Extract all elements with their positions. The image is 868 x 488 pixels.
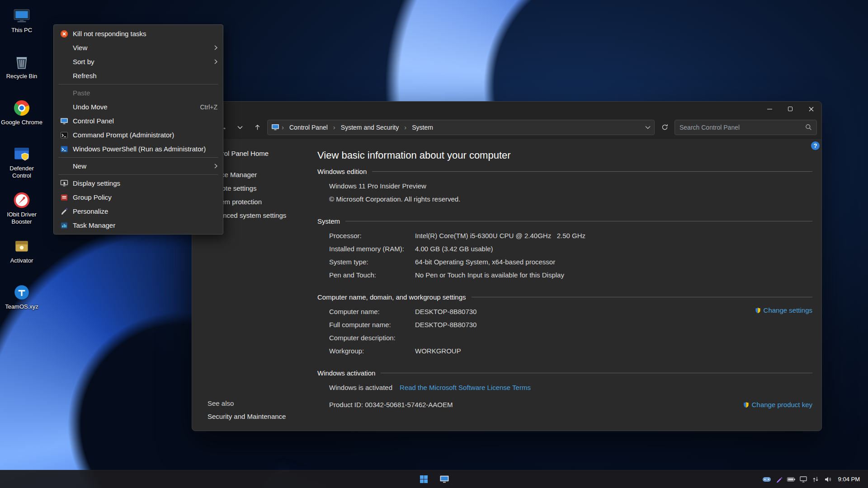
row-label: Pen and Touch: [329, 268, 415, 282]
display-tray-icon[interactable] [798, 473, 809, 486]
desktop-icon-iobit-driver-booster[interactable]: IObit Driver Booster [0, 188, 43, 231]
row-value: 64-bit Operating System, x64-based proce… [415, 255, 812, 268]
product-id-row: Product ID: 00342-50681-57462-AAOEM Chan… [329, 398, 812, 411]
menu-item-paste: Paste [54, 86, 223, 100]
info-row-full-computer-name: Full computer name: DESKTOP-8B80730 [329, 318, 812, 331]
desktop-icon-recycle-bin[interactable]: Recycle Bin [0, 50, 43, 93]
info-row-workgroup: Workgroup: WORKGROUP [329, 344, 812, 357]
group-policy-icon [60, 193, 73, 202]
desktop-icon-column: This PC Recycle Bin Google Chrome Defend… [0, 4, 43, 326]
refresh-icon [661, 124, 668, 131]
section-header-windows-activation: Windows activation [317, 369, 812, 377]
search-input[interactable] [679, 124, 805, 131]
close-button[interactable] [801, 102, 821, 116]
section-header-windows-edition: Windows edition [317, 168, 812, 175]
breadcrumb-separator: › [281, 123, 284, 131]
recent-locations-button[interactable] [233, 120, 247, 135]
personalize-icon [60, 207, 73, 216]
info-row-computer-description: Computer description: [329, 331, 812, 344]
desktop-icon-defender-control[interactable]: Defender Control [0, 142, 43, 185]
menu-item-powershell-admin[interactable]: Windows PowerShell (Run as Administrator… [54, 142, 223, 156]
start-button[interactable] [415, 472, 433, 487]
game-bar-tray-icon[interactable] [761, 473, 773, 486]
desktop-icon-activator[interactable]: Activator [0, 234, 43, 277]
close-icon [809, 107, 814, 112]
menu-item-label: Sort by [73, 58, 211, 66]
change-product-key-link[interactable]: Change product key [743, 398, 812, 411]
network-tray-icon[interactable] [810, 473, 821, 486]
breadcrumb-system[interactable]: System [409, 122, 436, 133]
control-panel-searchbox [675, 120, 817, 135]
row-label: Computer name: [329, 305, 415, 318]
computer-name-block: Computer name: DESKTOP-8B80730 Full comp… [329, 305, 812, 357]
address-bar[interactable]: › Control Panel › System and Security › … [267, 120, 655, 135]
windows-logo-icon [420, 475, 428, 483]
menu-item-label: Control Panel [73, 117, 217, 125]
desktop-icon-google-chrome[interactable]: Google Chrome [0, 96, 43, 139]
menu-item-label: View [73, 44, 211, 52]
window-body: Control Panel Home Device Manager Remote… [192, 139, 821, 431]
desktop-icon-this-pc[interactable]: This PC [0, 4, 43, 47]
sidebar-security-and-maintenance[interactable]: Security and Maintenance [208, 410, 286, 423]
help-button[interactable]: ? [811, 141, 820, 150]
menu-item-control-panel[interactable]: Control Panel [54, 114, 223, 128]
menu-item-label: Personalize [73, 207, 217, 215]
taskbar-clock[interactable]: 9:04 PM [835, 470, 865, 488]
menu-separator [58, 174, 218, 175]
menu-item-refresh[interactable]: Refresh [54, 69, 223, 83]
change-settings-link[interactable]: Change settings [755, 306, 812, 314]
menu-item-view[interactable]: View [54, 41, 223, 55]
location-icon [271, 124, 279, 131]
recycle-bin-icon [12, 52, 31, 71]
battery-tray-icon[interactable] [786, 473, 797, 486]
window-titlebar[interactable] [192, 102, 821, 116]
menu-item-kill-not-responding-tasks[interactable]: Kill not responding tasks [54, 27, 223, 41]
control-panel-taskbar-icon [439, 475, 449, 483]
license-terms-link[interactable]: Read the Microsoft Software License Term… [400, 381, 531, 394]
volume-tray-icon[interactable] [822, 473, 834, 486]
link-label: Change product key [752, 398, 812, 411]
menu-item-undo-move[interactable]: Undo Move Ctrl+Z [54, 100, 223, 114]
row-value: Intel(R) Core(TM) i5-6300U CPU @ 2.40GHz… [415, 229, 812, 242]
desktop-icon-label: IObit Driver Booster [1, 211, 42, 225]
product-id: Product ID: 00342-50681-57462-AAOEM [329, 398, 453, 411]
menu-item-label: Refresh [73, 72, 217, 80]
up-button[interactable] [250, 120, 264, 135]
taskbar: 9:04 PM [0, 470, 868, 488]
pen-tray-icon[interactable] [774, 473, 785, 486]
breadcrumb-system-and-security[interactable]: System and Security [338, 122, 402, 133]
maximize-button[interactable] [780, 102, 801, 116]
menu-item-label: New [73, 162, 211, 170]
desktop-icon-label: Defender Control [1, 165, 42, 179]
breadcrumb-control-panel[interactable]: Control Panel [286, 122, 331, 133]
section-title: Computer name, domain, and workgroup set… [317, 293, 466, 301]
taskbar-control-panel-button[interactable] [435, 472, 453, 487]
menu-item-label: Command Prompt (Administrator) [73, 131, 217, 139]
chevron-right-icon [214, 59, 217, 64]
search-icon[interactable] [805, 124, 812, 131]
menu-item-label: Display settings [73, 179, 217, 187]
menu-item-task-manager[interactable]: Task Manager [54, 218, 223, 232]
info-row-computer-name: Computer name: DESKTOP-8B80730 [329, 305, 812, 318]
menu-item-command-prompt-admin[interactable]: Command Prompt (Administrator) [54, 128, 223, 142]
address-dropdown-icon[interactable] [645, 126, 651, 129]
refresh-button[interactable] [657, 120, 672, 135]
menu-item-label: Windows PowerShell (Run as Administrator… [73, 145, 217, 153]
info-row-ram: Installed memory (RAM): 4.00 GB (3.42 GB… [329, 242, 812, 255]
menu-item-sort-by[interactable]: Sort by [54, 55, 223, 69]
desktop-icon-teamos[interactable]: TeamOS.xyz [0, 280, 43, 324]
driver-booster-icon [12, 191, 31, 210]
menu-item-new[interactable]: New [54, 159, 223, 173]
maximize-icon [788, 107, 793, 111]
menu-item-display-settings[interactable]: Display settings [54, 176, 223, 190]
edition-name: Windows 11 Pro Insider Preview [329, 179, 812, 192]
section-header-system: System [317, 217, 812, 225]
desktop-icon-label: Activator [10, 257, 33, 264]
menu-item-personalize[interactable]: Personalize [54, 204, 223, 218]
windows-edition-block: Windows 11 Pro Insider Preview © Microso… [329, 179, 812, 206]
minimize-button[interactable] [759, 102, 780, 116]
windows-activation-block: Windows is activated Read the Microsoft … [329, 381, 812, 411]
desktop-icon-label: Google Chrome [1, 119, 42, 126]
edition-copyright: © Microsoft Corporation. All rights rese… [329, 192, 812, 206]
menu-item-group-policy[interactable]: Group Policy [54, 190, 223, 204]
